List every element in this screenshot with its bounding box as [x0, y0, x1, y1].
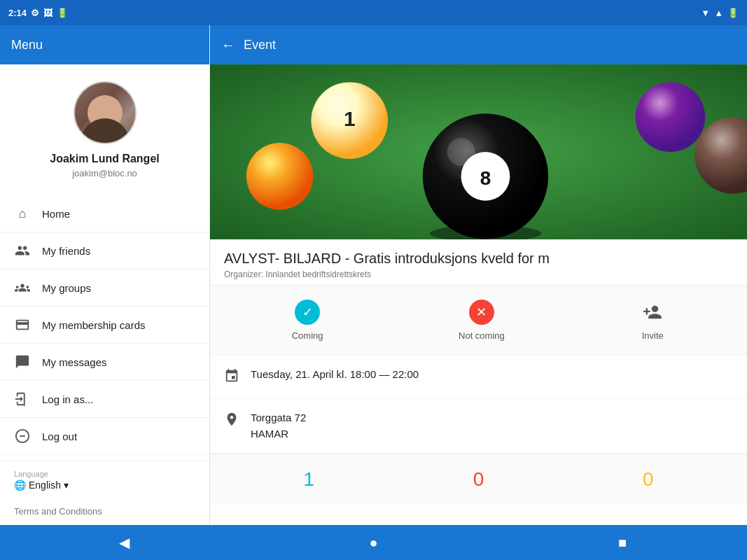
rsvp-not-coming[interactable]: ✕ Not coming — [459, 300, 505, 341]
status-bar: 2:14 ⚙ 🖼 🔋 ▼ ▲ 🔋 — [0, 0, 747, 25]
image-icon: 🖼 — [43, 8, 53, 18]
user-email: joakim@bloc.no — [72, 168, 137, 178]
event-header: ← Event — [210, 25, 747, 64]
avatar-body — [81, 118, 130, 143]
event-title: AVLYST- BILJARD - Gratis introduksjons k… — [224, 251, 733, 267]
svg-point-9 — [246, 143, 314, 210]
user-section: Joakim Lund Rangel joakim@bloc.no — [0, 64, 209, 190]
counts-row: 1 0 0 — [210, 454, 747, 505]
logout-label: Log out — [42, 430, 77, 442]
sidebar-header: Menu — [0, 25, 209, 64]
invite-person-icon — [640, 300, 665, 325]
nav-list: Home My friends My groups My membership … — [0, 190, 209, 461]
sidebar-item-logout[interactable]: Log out — [0, 418, 209, 455]
sidebar: Menu Joakim Lund Rangel joakim@bloc.no H… — [0, 25, 210, 525]
rsvp-row: ✓ Coming ✕ Not coming Invite — [210, 286, 747, 356]
event-image: 1 8 — [210, 64, 747, 239]
login-as-label: Log in as... — [42, 393, 93, 405]
login-icon — [14, 391, 31, 407]
svg-text:8: 8 — [480, 167, 491, 189]
svg-point-7 — [636, 82, 706, 152]
battery-icon: 🔋 — [57, 8, 68, 18]
status-right: ▼ ▲ 🔋 — [701, 8, 739, 18]
messages-label: My messages — [42, 356, 107, 368]
language-label: Language — [14, 470, 195, 478]
event-title-section: AVLYST- BILJARD - Gratis introduksjons k… — [210, 239, 747, 286]
event-date: Tuesday, 21. April kl. 18:00 — 22:00 — [251, 367, 419, 383]
back-nav-icon: ◀ — [119, 534, 130, 551]
chevron-down-icon: ▾ — [64, 479, 69, 491]
home-icon — [14, 205, 31, 222]
not-coming-label: Not coming — [459, 330, 505, 341]
globe-icon: 🌐 — [14, 479, 26, 491]
location-city: HAMAR — [251, 426, 306, 442]
sidebar-item-messages[interactable]: My messages — [0, 344, 209, 381]
coming-check-icon: ✓ — [295, 300, 320, 325]
battery-right-icon: 🔋 — [727, 8, 739, 18]
signal-icon: ▲ — [714, 8, 723, 18]
bottom-nav: ◀ ● ■ — [0, 525, 747, 560]
friends-icon — [14, 242, 31, 259]
logout-icon — [14, 428, 31, 444]
user-name: Joakim Lund Rangel — [50, 153, 159, 165]
event-location: Torggata 72 HAMAR — [251, 410, 306, 442]
not-coming-count: 0 — [473, 468, 484, 491]
maybe-count: 0 — [643, 468, 654, 491]
invite-label: Invite — [642, 330, 664, 341]
messages-icon — [14, 354, 31, 370]
terms-link[interactable]: Terms and Conditions — [0, 499, 209, 524]
coming-count: 1 — [303, 468, 314, 491]
svg-text:1: 1 — [344, 107, 356, 130]
recent-nav-icon: ■ — [618, 535, 627, 551]
back-button[interactable]: ← — [221, 37, 235, 53]
rsvp-coming[interactable]: ✓ Coming — [292, 300, 323, 341]
menu-title: Menu — [11, 38, 43, 52]
groups-label: My groups — [42, 282, 91, 294]
nav-recent-button[interactable]: ■ — [601, 528, 643, 556]
svg-point-13 — [447, 138, 475, 166]
home-nav-icon: ● — [369, 535, 377, 551]
cards-icon — [14, 316, 31, 333]
status-left: 2:14 ⚙ 🖼 🔋 — [8, 8, 68, 18]
language-value[interactable]: 🌐 English ▾ — [14, 479, 195, 491]
settings-icon: ⚙ — [31, 8, 39, 18]
sidebar-item-login-as[interactable]: Log in as... — [0, 381, 209, 418]
terms-text: Terms and Conditions — [14, 506, 102, 517]
avatar-image — [75, 83, 135, 143]
nav-back-button[interactable]: ◀ — [104, 528, 146, 556]
location-street: Torggata 72 — [251, 410, 306, 426]
nav-home-button[interactable]: ● — [352, 528, 394, 556]
home-label: Home — [42, 208, 70, 220]
language-text: English — [29, 479, 61, 491]
rsvp-invite[interactable]: Invite — [640, 300, 665, 341]
location-icon — [224, 412, 239, 430]
sidebar-item-home[interactable]: Home — [0, 195, 209, 232]
cards-label: My membership cards — [42, 319, 146, 331]
right-panel: ← Event — [210, 25, 747, 525]
location-row: Torggata 72 HAMAR — [210, 399, 747, 454]
calendar-icon — [224, 368, 239, 387]
sidebar-item-friends[interactable]: My friends — [0, 232, 209, 270]
coming-label: Coming — [292, 330, 323, 341]
not-coming-x-icon: ✕ — [469, 300, 494, 325]
time-display: 2:14 — [8, 8, 27, 18]
event-organizer: Organizer: Innlandet bedriftsidrettskret… — [224, 270, 733, 279]
wifi-icon: ▼ — [701, 8, 710, 18]
event-header-title: Event — [244, 38, 276, 52]
avatar — [74, 81, 137, 144]
sidebar-item-groups[interactable]: My groups — [0, 270, 209, 307]
sidebar-item-cards[interactable]: My membership cards — [0, 307, 209, 344]
main-layout: Menu Joakim Lund Rangel joakim@bloc.no H… — [0, 25, 747, 525]
groups-icon — [14, 279, 31, 296]
language-section[interactable]: Language 🌐 English ▾ — [0, 461, 209, 499]
friends-label: My friends — [42, 245, 90, 257]
date-row: Tuesday, 21. April kl. 18:00 — 22:00 — [210, 356, 747, 399]
